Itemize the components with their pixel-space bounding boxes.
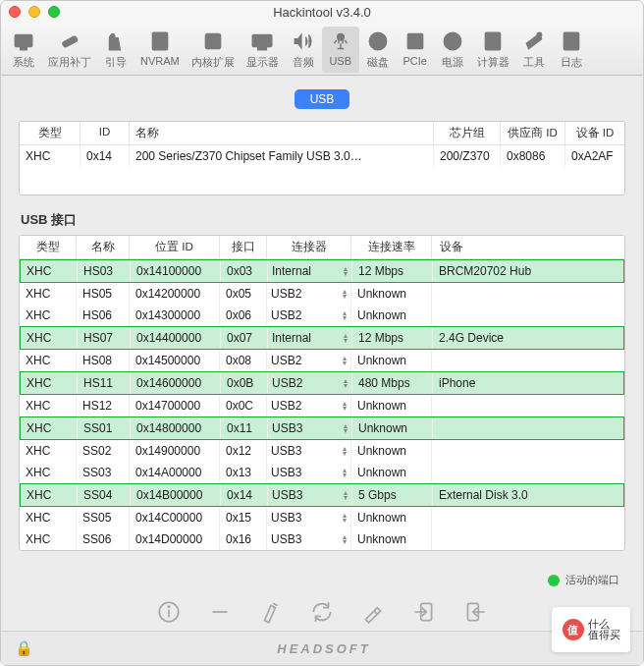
refresh-icon[interactable] bbox=[309, 599, 335, 625]
col-speed[interactable]: 连接速率 bbox=[351, 236, 432, 258]
stepper-icon[interactable]: ▴▾ bbox=[343, 401, 347, 411]
lock-icon[interactable]: 🔒 bbox=[15, 639, 33, 657]
port-row[interactable]: XHCSS050x14C000000x15USB3▴▾Unknown bbox=[20, 507, 624, 528]
stepper-icon[interactable]: ▴▾ bbox=[343, 468, 347, 477]
remove-icon[interactable] bbox=[207, 599, 233, 625]
col-connector[interactable]: 连接器 bbox=[267, 236, 351, 258]
ports-table: 类型 名称 位置 ID 接口 连接器 连接速率 设备 XHCHS030x1410… bbox=[19, 235, 625, 551]
toolbar-音频[interactable]: 音频 bbox=[285, 27, 322, 73]
connector-select[interactable]: USB2▴▾ bbox=[268, 372, 352, 394]
col-type[interactable]: 类型 bbox=[20, 122, 80, 144]
stepper-icon[interactable]: ▴▾ bbox=[344, 423, 348, 433]
connector-select[interactable]: USB3▴▾ bbox=[267, 462, 351, 483]
port-row[interactable]: XHCHS030x141000000x03Internal▴▾12 MbpsBR… bbox=[20, 259, 624, 283]
col-device[interactable]: 设备 bbox=[432, 236, 624, 258]
toolbar-工具[interactable]: 工具 bbox=[515, 27, 553, 73]
controller-row[interactable]: XHC 0x14 200 Series/Z370 Chipset Family … bbox=[20, 145, 624, 167]
tab-usb[interactable]: USB bbox=[295, 89, 350, 109]
port-row[interactable]: XHCSS010x148000000x11USB3▴▾Unknown bbox=[20, 416, 624, 440]
svg-point-5 bbox=[162, 36, 164, 38]
connector-select[interactable]: USB3▴▾ bbox=[268, 417, 352, 439]
col-name[interactable]: 名称 bbox=[130, 122, 434, 144]
toolbar-USB[interactable]: USB bbox=[322, 27, 359, 73]
svg-point-4 bbox=[156, 36, 158, 38]
connector-select[interactable]: Internal▴▾ bbox=[268, 260, 352, 282]
connector-select[interactable]: USB3▴▾ bbox=[267, 528, 351, 550]
col-port[interactable]: 接口 bbox=[220, 236, 267, 258]
col-vendor[interactable]: 供应商 ID bbox=[501, 122, 565, 144]
controllers-header: 类型 ID 名称 芯片组 供应商 ID 设备 ID bbox=[20, 122, 624, 145]
toolbar-计算器[interactable]: 计算器 bbox=[471, 27, 515, 73]
toolbar-日志[interactable]: 日志 bbox=[553, 27, 590, 73]
footer: 🔒 HEADSOFT bbox=[1, 631, 643, 665]
legend-swatch-active bbox=[548, 575, 560, 586]
export-icon[interactable] bbox=[462, 599, 488, 625]
port-row[interactable]: XHCSS040x14B000000x14USB3▴▾5 GbpsExterna… bbox=[20, 483, 624, 507]
connector-select[interactable]: USB2▴▾ bbox=[267, 305, 351, 326]
bottom-toolbar bbox=[19, 591, 625, 629]
svg-point-26 bbox=[537, 32, 541, 36]
svg-rect-1 bbox=[21, 48, 27, 50]
port-row[interactable]: XHCHS110x146000000x0BUSB2▴▾480 MbpsiPhon… bbox=[20, 371, 624, 395]
connector-select[interactable]: USB3▴▾ bbox=[267, 507, 351, 528]
connector-select[interactable]: USB2▴▾ bbox=[267, 350, 351, 371]
col-type[interactable]: 类型 bbox=[20, 236, 77, 258]
col-name[interactable]: 名称 bbox=[77, 236, 130, 258]
port-row[interactable]: XHCHS070x144000000x07Internal▴▾12 Mbps2.… bbox=[20, 326, 624, 350]
svg-point-7 bbox=[162, 41, 164, 43]
port-row[interactable]: XHCSS020x149000000x12USB3▴▾Unknown bbox=[20, 440, 624, 462]
import-icon[interactable] bbox=[411, 599, 437, 625]
stepper-icon[interactable]: ▴▾ bbox=[343, 289, 347, 299]
toolbar-应用补丁[interactable]: 应用补丁 bbox=[42, 27, 97, 73]
col-device[interactable]: 设备 ID bbox=[565, 122, 624, 144]
stepper-icon[interactable]: ▴▾ bbox=[343, 446, 347, 456]
svg-rect-3 bbox=[152, 32, 167, 49]
inject-icon[interactable] bbox=[360, 599, 386, 625]
connector-select[interactable]: USB3▴▾ bbox=[267, 440, 351, 462]
window-title: Hackintool v3.4.0 bbox=[1, 5, 643, 20]
stepper-icon[interactable]: ▴▾ bbox=[344, 333, 348, 343]
ports-section-title: USB 接口 bbox=[21, 211, 625, 229]
toolbar-电源[interactable]: 电源 bbox=[434, 27, 471, 73]
legend: 活动的端口 bbox=[19, 573, 619, 587]
port-row[interactable]: XHCSS030x14A000000x13USB3▴▾Unknown bbox=[20, 462, 624, 483]
svg-point-33 bbox=[168, 606, 169, 607]
toolbar-NVRAM[interactable]: NVRAM bbox=[134, 27, 186, 73]
svg-point-14 bbox=[376, 39, 380, 43]
connector-select[interactable]: Internal▴▾ bbox=[268, 327, 352, 349]
col-chipset[interactable]: 芯片组 bbox=[434, 122, 501, 144]
stepper-icon[interactable]: ▴▾ bbox=[343, 356, 347, 365]
svg-rect-9 bbox=[209, 38, 216, 45]
col-location[interactable]: 位置 ID bbox=[130, 236, 220, 258]
port-row[interactable]: XHCHS050x142000000x05USB2▴▾Unknown bbox=[20, 283, 624, 305]
info-icon[interactable] bbox=[156, 599, 182, 625]
connector-select[interactable]: USB2▴▾ bbox=[267, 283, 351, 305]
port-row[interactable]: XHCHS120x147000000x0CUSB2▴▾Unknown bbox=[20, 395, 624, 416]
connector-select[interactable]: USB3▴▾ bbox=[268, 484, 352, 506]
watermark: 值 什么值得买 bbox=[552, 607, 630, 652]
svg-rect-2 bbox=[62, 36, 78, 48]
stepper-icon[interactable]: ▴▾ bbox=[344, 490, 348, 500]
svg-point-23 bbox=[489, 41, 491, 43]
toolbar: 系统应用补丁引导NVRAM内核扩展显示器音频USB磁盘PCIe电源计算器工具日志 bbox=[1, 23, 643, 76]
connector-select[interactable]: USB2▴▾ bbox=[267, 395, 351, 416]
port-row[interactable]: XHCSS060x14D000000x16USB3▴▾Unknown bbox=[20, 528, 624, 550]
svg-point-25 bbox=[495, 41, 497, 43]
port-row[interactable]: XHCHS060x143000000x06USB2▴▾Unknown bbox=[20, 305, 624, 326]
stepper-icon[interactable]: ▴▾ bbox=[343, 310, 347, 320]
stepper-icon[interactable]: ▴▾ bbox=[343, 513, 347, 523]
stepper-icon[interactable]: ▴▾ bbox=[344, 266, 348, 276]
toolbar-引导[interactable]: 引导 bbox=[97, 27, 134, 73]
svg-rect-0 bbox=[15, 35, 31, 47]
stepper-icon[interactable]: ▴▾ bbox=[344, 378, 348, 388]
col-id[interactable]: ID bbox=[80, 122, 130, 144]
stepper-icon[interactable]: ▴▾ bbox=[343, 534, 347, 544]
toolbar-系统[interactable]: 系统 bbox=[5, 27, 42, 73]
port-row[interactable]: XHCHS080x145000000x08USB2▴▾Unknown bbox=[20, 350, 624, 371]
svg-rect-15 bbox=[407, 33, 422, 48]
toolbar-PCIe[interactable]: PCIe bbox=[397, 27, 434, 73]
toolbar-显示器[interactable]: 显示器 bbox=[241, 27, 285, 73]
clear-icon[interactable] bbox=[258, 599, 284, 625]
toolbar-内核扩展[interactable]: 内核扩展 bbox=[186, 27, 241, 73]
toolbar-磁盘[interactable]: 磁盘 bbox=[359, 27, 397, 73]
